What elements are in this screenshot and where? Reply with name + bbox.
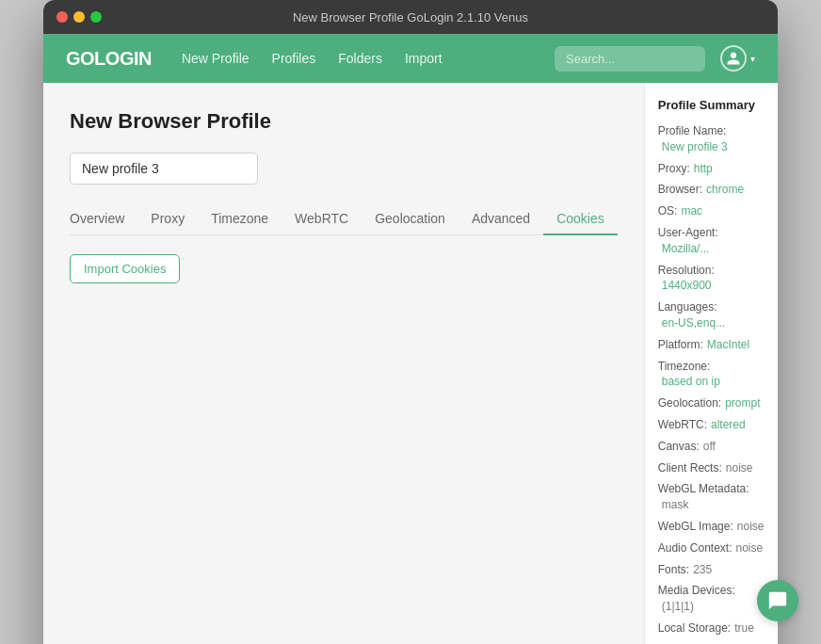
main-panel: New Browser Profile Overview Proxy Timez…: [43, 83, 644, 644]
summary-value-webrtc: altered: [711, 417, 746, 433]
summary-value-audiocontext: noise: [735, 540, 763, 556]
summary-label-webglmeta: WebGL Metadata:: [658, 481, 749, 497]
summary-row-resolution: Resolution: 1440x900: [658, 263, 765, 295]
app-window: New Browser Profile GoLogin 2.1.10 Venus…: [43, 0, 778, 644]
summary-value-proxy: http: [694, 161, 713, 177]
content-wrapper: New Browser Profile Overview Proxy Timez…: [43, 83, 778, 644]
summary-value-webglimage: noise: [737, 519, 765, 535]
page-title: New Browser Profile: [70, 109, 618, 134]
summary-label-localstorage: Local Storage:: [658, 620, 731, 636]
summary-value-languages: en-US,enq...: [662, 315, 725, 331]
summary-title: Profile Summary: [658, 98, 765, 112]
chat-icon: [767, 590, 788, 611]
summary-label-proxy: Proxy:: [658, 161, 690, 177]
summary-row-localstorage: Local Storage: true: [658, 620, 765, 636]
content-area: New Browser Profile Overview Proxy Timez…: [43, 83, 778, 644]
nav-new-profile[interactable]: New Profile: [182, 51, 250, 66]
summary-label-clientrects: Client Rects:: [658, 460, 722, 476]
window-title: New Browser Profile GoLogin 2.1.10 Venus: [293, 10, 528, 24]
title-bar: New Browser Profile GoLogin 2.1.10 Venus: [43, 0, 778, 34]
summary-row-webrtc: WebRTC: altered: [658, 417, 765, 433]
summary-label-useragent: User-Agent:: [658, 225, 718, 241]
profile-name-input[interactable]: [70, 153, 258, 185]
summary-row-mediadevices: Media Devices: (1|1|1): [658, 583, 765, 615]
search-input[interactable]: [555, 46, 705, 72]
summary-label-canvas: Canvas:: [658, 439, 700, 455]
close-button[interactable]: [56, 11, 68, 23]
summary-label-audiocontext: Audio Context:: [658, 540, 732, 556]
summary-label-platform: Platform:: [658, 337, 703, 353]
summary-row-languages: Languages: en-US,enq...: [658, 299, 765, 331]
summary-row-geolocation: Geolocation: prompt: [658, 395, 765, 411]
nav-folders[interactable]: Folders: [338, 51, 382, 66]
summary-row-timezone: Timezone: based on ip: [658, 359, 765, 391]
summary-label-timezone: Timezone:: [658, 359, 711, 375]
summary-row-canvas: Canvas: off: [658, 439, 765, 455]
summary-row-platform: Platform: MacIntel: [658, 337, 765, 353]
tab-webrtc[interactable]: WebRTC: [282, 203, 362, 235]
nav-import[interactable]: Import: [405, 51, 443, 66]
summary-row-browser: Browser: chrome: [658, 182, 765, 198]
tabs-bar: Overview Proxy Timezone WebRTC Geolocati…: [70, 203, 618, 235]
summary-value-os: mac: [681, 203, 702, 219]
summary-row-webglmeta: WebGL Metadata: mask: [658, 481, 765, 513]
summary-label-resolution: Resolution:: [658, 263, 715, 279]
summary-row-fonts: Fonts: 235: [658, 562, 765, 578]
summary-row-clientrects: Client Rects: noise: [658, 460, 765, 476]
tab-proxy[interactable]: Proxy: [137, 203, 198, 235]
tab-geolocation[interactable]: Geolocation: [362, 203, 459, 235]
summary-value-useragent: Mozilla/...: [662, 241, 710, 257]
summary-row-os: OS: mac: [658, 203, 765, 219]
user-avatar: [720, 45, 747, 72]
summary-value-geolocation: prompt: [725, 395, 760, 411]
nav-profiles[interactable]: Profiles: [272, 51, 316, 66]
summary-label-webrtc: WebRTC:: [658, 417, 707, 433]
summary-value-platform: MacIntel: [707, 337, 749, 353]
traffic-lights: [56, 11, 102, 23]
summary-value-resolution: 1440x900: [662, 278, 712, 294]
summary-label-webglimage: WebGL Image:: [658, 519, 733, 535]
chevron-down-icon: ▾: [750, 54, 755, 64]
summary-value-timezone: based on ip: [662, 374, 720, 390]
summary-label-mediadevices: Media Devices:: [658, 583, 735, 599]
summary-label-browser: Browser:: [658, 182, 702, 198]
summary-row-useragent: User-Agent: Mozilla/...: [658, 225, 765, 257]
summary-label-geolocation: Geolocation:: [658, 395, 721, 411]
summary-row-webglimage: WebGL Image: noise: [658, 519, 765, 535]
summary-value-clientrects: noise: [726, 460, 753, 476]
logo[interactable]: GOLOGIN: [66, 48, 152, 70]
summary-label-languages: Languages:: [658, 299, 717, 315]
minimize-button[interactable]: [73, 11, 85, 23]
summary-row-proxy: Proxy: http: [658, 161, 765, 177]
nav-bar: GOLOGIN New Profile Profiles Folders Imp…: [43, 34, 778, 83]
nav-links: New Profile Profiles Folders Import: [182, 51, 555, 66]
tab-cookies[interactable]: Cookies: [543, 203, 618, 235]
summary-panel: Profile Summary Profile Name: New profil…: [644, 83, 778, 644]
summary-value-mediadevices: (1|1|1): [662, 599, 694, 615]
summary-label-fonts: Fonts:: [658, 562, 689, 578]
summary-value-localstorage: true: [734, 620, 754, 636]
tab-overview[interactable]: Overview: [70, 203, 137, 235]
summary-label-os: OS:: [658, 203, 678, 219]
maximize-button[interactable]: [90, 11, 102, 23]
tab-timezone[interactable]: Timezone: [198, 203, 282, 235]
summary-row-audiocontext: Audio Context: noise: [658, 540, 765, 556]
summary-value-fonts: 235: [693, 562, 712, 578]
summary-value-browser: chrome: [706, 182, 744, 198]
user-menu[interactable]: ▾: [720, 45, 755, 72]
summary-label-profilename: Profile Name:: [658, 123, 727, 139]
import-cookies-button[interactable]: Import Cookies: [70, 254, 180, 283]
user-icon: [726, 51, 741, 66]
summary-value-canvas: off: [703, 439, 716, 455]
tab-advanced[interactable]: Advanced: [459, 203, 543, 235]
summary-value-webglmeta: mask: [662, 497, 689, 513]
summary-row-profilename: Profile Name: New profile 3: [658, 123, 765, 155]
summary-value-profilename: New profile 3: [662, 139, 728, 155]
chat-button[interactable]: [757, 580, 798, 621]
